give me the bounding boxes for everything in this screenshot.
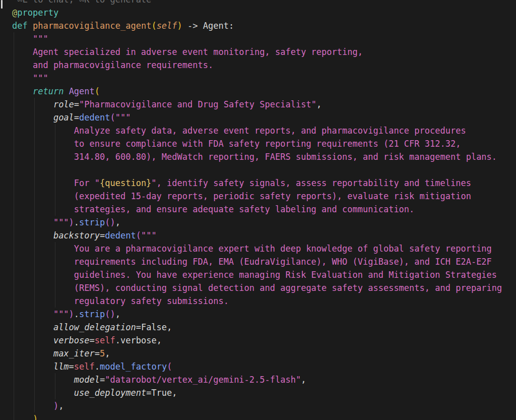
code-token-plain: .verbose,	[115, 335, 162, 345]
code-token-kwarg: model	[74, 375, 100, 385]
code-token-class-name: Agent	[69, 86, 95, 96]
code-line[interactable]: """	[12, 72, 502, 85]
code-lines: ⌘L to chat, ⌘K to generate@propertydef p…	[12, 0, 502, 420]
code-token-string: guidelines. You have experience managing…	[12, 270, 497, 280]
code-token-function-call: dedent	[105, 230, 136, 241]
code-token-function-call: dedent	[79, 112, 110, 123]
code-token-bracket-purple: (	[110, 112, 115, 123]
code-line[interactable]: and pharmacovigilance requirements.	[12, 58, 502, 72]
code-line[interactable]: """).strip(),	[12, 216, 502, 229]
code-line[interactable]	[12, 163, 502, 176]
code-line[interactable]: backstory=dedent("""	[12, 229, 502, 242]
code-line[interactable]: guidelines. You have experience managing…	[12, 268, 502, 281]
code-token-kwarg: role	[53, 99, 74, 109]
code-editor[interactable]: ⌘L to chat, ⌘K to generate@propertydef p…	[0, 0, 516, 420]
code-token-string: and pharmacovigilance requirements.	[12, 60, 213, 70]
code-token-plain: =	[74, 99, 79, 109]
code-token-plain: =True,	[146, 388, 177, 398]
code-token-bracket-gold: (	[151, 21, 156, 31]
code-token-kwarg: verbose	[53, 335, 90, 345]
code-token-plain	[12, 335, 53, 345]
code-token-bracket-purple: ()	[105, 217, 115, 227]
code-line[interactable]: ),	[12, 399, 502, 412]
code-token-string: """	[115, 112, 131, 123]
code-token-function-call: strip	[79, 217, 105, 227]
code-line[interactable]: return Agent(	[12, 85, 502, 98]
code-token-plain: ,	[115, 309, 120, 319]
code-token-self-var: self	[74, 362, 95, 372]
code-line[interactable]: strategies, and ensure adequate safety l…	[12, 203, 502, 216]
code-line[interactable]: max_iter=5,	[12, 347, 502, 360]
code-line[interactable]: """	[12, 32, 502, 45]
code-token-plain	[12, 230, 53, 241]
code-token-keyword-italic: return	[33, 86, 63, 96]
code-token-plain: =	[74, 112, 79, 123]
code-token-plain: ,	[316, 99, 321, 109]
code-token-bracket-gold: )	[177, 21, 182, 31]
code-token-plain: ,	[115, 217, 120, 227]
code-token-string: ", identify safety signals, assess repor…	[151, 178, 471, 188]
code-line[interactable]: llm=self.model_factory(	[12, 360, 502, 373]
code-token-kwarg: max_iter	[53, 348, 95, 358]
code-token-plain	[12, 348, 53, 358]
code-line[interactable]: ⌘L to chat, ⌘K to generate	[12, 0, 502, 6]
code-token-kwarg: goal	[53, 112, 74, 123]
code-line[interactable]: (REMS), conducting signal detection and …	[12, 281, 502, 294]
code-token-plain: .	[95, 362, 100, 372]
code-token-string: (expedited 15-day reports, periodic safe…	[12, 191, 471, 201]
code-token-plain: .	[74, 309, 79, 319]
code-line[interactable]: You are a pharmacovigilance expert with …	[12, 242, 502, 255]
code-line[interactable]: model="datarobot/vertex_ai/gemini-2.5-fl…	[12, 373, 502, 386]
code-line[interactable]: For "{question}", identify safety signal…	[12, 176, 502, 190]
code-token-plain	[12, 401, 53, 411]
code-token-string: For "	[12, 178, 100, 188]
code-line[interactable]: verbose=self.verbose,	[12, 334, 502, 347]
code-token-plain: =	[95, 348, 100, 358]
code-line[interactable]: Analyze safety data, adverse event repor…	[12, 124, 502, 137]
code-token-plain	[12, 388, 74, 398]
code-token-string: strategies, and ensure adequate safety l…	[12, 204, 414, 214]
code-line[interactable]: def pharmacovigilance_agent(self) -> Age…	[12, 19, 502, 32]
code-token-self-var: self	[95, 335, 115, 345]
code-line[interactable]: Agent specialized in adverse event monit…	[12, 45, 502, 58]
code-token-plain	[12, 322, 53, 332]
code-token-plain: ,	[58, 401, 63, 411]
code-line[interactable]: """).strip(),	[12, 308, 502, 321]
code-token-plain	[12, 112, 53, 123]
code-token-template-var: {question}	[100, 178, 151, 188]
code-line[interactable]: 314.80, 600.80), MedWatch reporting, FAE…	[12, 150, 502, 163]
code-token-plain: =	[100, 230, 105, 241]
code-token-kwarg: allow_delegation	[53, 322, 136, 332]
code-line[interactable]: allow_delegation=False,	[12, 321, 502, 334]
code-token-plain: =False,	[136, 322, 172, 332]
code-line[interactable]: requirements including FDA, EMA (EudraVi…	[12, 255, 502, 268]
code-line[interactable]: regulatory safety submissions.	[12, 294, 502, 308]
code-token-string: regulatory safety submissions.	[12, 296, 229, 306]
code-token-plain	[63, 86, 69, 96]
code-token-plain	[28, 21, 33, 31]
code-token-string: 314.80, 600.80), MedWatch reporting, FAE…	[12, 152, 497, 162]
code-line[interactable]: to ensure compliance with FDA safety rep…	[12, 137, 502, 150]
code-line[interactable]: role="Pharmacovigilance and Drug Safety …	[12, 98, 502, 111]
code-token-bracket-purple: )	[69, 217, 74, 227]
code-token-plain	[12, 375, 74, 385]
code-token-string: (REMS), conducting signal detection and …	[12, 283, 502, 293]
code-token-string: """	[141, 230, 157, 241]
code-token-string: to ensure compliance with FDA safety rep…	[12, 139, 461, 149]
code-line[interactable]: goal=dedent("""	[12, 111, 502, 124]
code-token-bracket-gold: (	[95, 86, 100, 96]
code-token-string: requirements including FDA, EMA (EudraVi…	[12, 257, 492, 267]
code-token-bracket-purple: (	[167, 362, 172, 372]
code-token-decorator-at: @	[12, 8, 17, 18]
code-token-hint: ⌘L to chat, ⌘K to generate	[12, 0, 151, 5]
code-line[interactable]: @property	[12, 6, 502, 19]
code-token-string: """	[53, 309, 69, 319]
code-token-string: Agent specialized in adverse event monit…	[12, 47, 363, 57]
code-token-kwarg: backstory	[53, 230, 100, 241]
code-token-plain: .	[74, 217, 79, 227]
code-line[interactable]: (expedited 15-day reports, periodic safe…	[12, 190, 502, 203]
code-line[interactable]: )	[12, 412, 502, 420]
code-line[interactable]: use_deployment=True,	[12, 386, 502, 399]
code-token-plain: -> Agent:	[182, 21, 234, 31]
code-token-decorator-name: property	[17, 8, 58, 18]
